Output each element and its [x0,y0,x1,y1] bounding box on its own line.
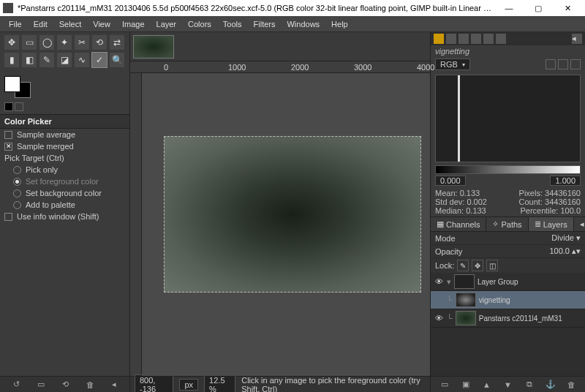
opt-sample-merged[interactable]: Sample merged [0,140,129,152]
lock-position-icon[interactable]: ✥ [472,260,483,271]
histogram-gradient[interactable] [435,165,581,174]
titlebar: *Panstarrs c2011l4_mM31 20130406 5.5d p5… [0,0,585,16]
layer-image[interactable]: 👁 └ Panstarrs c2011l4_mM31 [431,309,585,328]
tab-curves-icon[interactable] [496,34,506,44]
tab-levels-icon[interactable] [483,34,494,44]
histogram-stats: Mean: 0.133Pixels: 34436160 Std dev: 0.0… [431,187,585,216]
tool-crop-icon[interactable]: ✂ [75,35,89,50]
delete-layer-icon[interactable]: 🗑 [567,380,577,390]
dock-menu-icon[interactable]: ◂ [574,217,585,231]
ruler-horizontal[interactable]: 0 1000 2000 3000 4000 [130,61,430,73]
menubar: File Edit Select View Image Layer Colors… [0,16,585,32]
histogram-plot[interactable] [435,75,581,162]
delete-icon[interactable]: 🗑 [86,380,94,389]
tab-sample-icon[interactable] [471,34,481,44]
tool-fuzzy-select-icon[interactable]: ✦ [57,35,72,50]
tool-move-icon[interactable]: ✥ [4,35,19,50]
document-icon[interactable]: ▭ [37,380,45,389]
tool-zoom-icon[interactable]: 🔍 [110,53,124,67]
channel-combo[interactable]: RGB▾ [435,59,470,70]
lower-layer-icon[interactable]: ▼ [503,380,513,390]
tool-bucket-icon[interactable]: ▮ [4,53,19,67]
left-panel: ✥ ▭ ◯ ✦ ✂ ⟲ ⇄ ▮ ◧ ✎ ◪ ∿ ✓ 🔍 [0,32,130,392]
menu-windows[interactable]: Windows [282,18,324,30]
menu-view[interactable]: View [88,18,115,30]
tab-histogram-icon[interactable] [434,34,444,44]
duplicate-layer-icon[interactable]: ⧉ [524,380,535,390]
menu-filters[interactable]: Filters [249,18,280,30]
tool-color-picker-icon[interactable]: ✓ [92,53,107,67]
visibility-icon[interactable]: 👁 [434,277,444,286]
tool-free-select-icon[interactable]: ◯ [39,35,54,50]
tool-eraser-icon[interactable]: ◪ [57,53,72,67]
mini-swatch-black[interactable] [4,102,13,111]
image-tab-bar [130,32,430,61]
image-tab-thumb[interactable] [133,35,174,59]
layer-opacity-row[interactable]: Opacity 100.0 ▴▾ [431,245,585,258]
opt-pick-only[interactable]: Pick only [0,164,129,176]
lock-pixels-icon[interactable]: ✎ [457,260,469,271]
layer-vignetting[interactable]: └ vignetting [431,291,585,309]
tab-layers[interactable]: ≣ Layers [529,217,574,231]
tab-paths[interactable]: ✧ Paths [486,217,528,231]
fg-bg-swatch[interactable] [4,76,31,98]
toolbox: ✥ ▭ ◯ ✦ ✂ ⟲ ⇄ ▮ ◧ ✎ ◪ ∿ ✓ 🔍 [0,32,129,73]
image-content[interactable] [164,136,421,293]
mini-swatch-gray[interactable] [15,102,23,111]
status-coords: 800, -136 [135,374,173,393]
layer-mode-row[interactable]: Mode Divide ▾ [431,232,585,245]
tool-rotate-icon[interactable]: ⟲ [92,35,107,50]
opt-use-info[interactable]: Use info window (Shift) [0,211,129,222]
range-hi[interactable]: 1.000 [550,176,581,186]
lock-alpha-icon[interactable]: ◫ [486,260,498,271]
histogram-title: vignetting [431,45,585,57]
tab-pointer-icon[interactable] [446,34,456,44]
tool-pencil-icon[interactable]: ✎ [39,53,54,67]
opt-sample-average[interactable]: Sample average [0,129,129,140]
tab-menu-icon[interactable]: ◂ [572,34,582,44]
close-button[interactable]: ✕ [553,0,582,16]
hist-menu-icon[interactable] [570,59,581,69]
undo-history-icon[interactable]: ↺ [13,380,20,389]
maximize-button[interactable]: ▢ [524,0,553,16]
tab-text-icon[interactable] [458,34,469,44]
menu-image[interactable]: Image [118,18,149,30]
opt-set-fg[interactable]: Set foreground color [0,176,129,187]
tool-flip-icon[interactable]: ⇄ [110,35,124,50]
layer-image-thumb[interactable] [456,311,476,325]
new-group-icon[interactable]: ▣ [461,380,471,390]
menu-file[interactable]: File [4,18,26,30]
raise-layer-icon[interactable]: ▲ [482,380,492,390]
canvas[interactable] [142,73,430,376]
histogram-peak [458,75,460,162]
new-layer-icon[interactable]: ▭ [439,380,450,390]
minimize-button[interactable]: — [494,0,524,16]
tool-gradient-icon[interactable]: ◧ [22,53,37,67]
anchor-layer-icon[interactable]: ⚓ [546,380,556,390]
right-panel: ◂ vignetting RGB▾ 0.000 1.000 Mean: 0.13… [430,32,585,392]
tab-channels[interactable]: ▦ Channels [431,217,486,231]
range-lo[interactable]: 0.000 [435,176,466,186]
log-hist-icon[interactable] [558,59,568,69]
layer-group[interactable]: 👁 ▾ Layer Group [431,273,585,291]
status-zoom[interactable]: 12.5 % [204,374,235,393]
fg-color-swatch[interactable] [4,76,20,92]
menu-tools[interactable]: Tools [219,18,246,30]
layer-vignetting-thumb[interactable] [456,293,476,307]
menu-select[interactable]: Select [55,18,86,30]
ruler-vertical[interactable] [130,73,142,376]
menu-colors[interactable]: Colors [184,18,216,30]
menu-layer[interactable]: Layer [152,18,181,30]
tool-paths-icon[interactable]: ∿ [75,53,89,67]
linear-hist-icon[interactable] [546,59,556,69]
opt-set-bg[interactable]: Set background color [0,187,129,199]
menu-help[interactable]: Help [327,18,352,30]
visibility-icon[interactable]: 👁 [434,314,444,323]
layer-group-thumb[interactable] [454,274,475,289]
status-unit[interactable]: px [179,379,198,391]
opt-add-palette[interactable]: Add to palette [0,199,129,211]
reset-icon[interactable]: ⟲ [62,380,69,389]
menu-edit[interactable]: Edit [29,18,52,30]
tool-rect-select-icon[interactable]: ▭ [22,35,37,50]
menu-icon[interactable]: ◂ [112,380,116,389]
